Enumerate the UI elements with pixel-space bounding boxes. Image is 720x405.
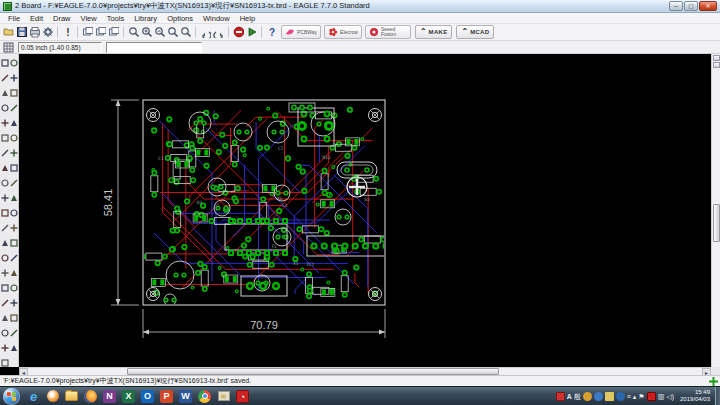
taskbar-app-media-player[interactable]: ▸ [45,389,60,404]
tool-mark[interactable] [9,70,18,85]
tool-change[interactable] [9,115,18,130]
seeed-fusion-order-button[interactable]: Seeed Fusion [365,25,411,39]
tool-add[interactable] [9,145,18,160]
menu-options[interactable]: Options [162,13,198,24]
taskbar-app-firefox[interactable] [83,389,98,404]
open-button[interactable] [2,25,15,39]
tool-move[interactable] [0,85,9,100]
network-icon[interactable]: ▥ [658,387,665,405]
taskbar-app-word[interactable]: W [178,389,193,404]
tool-delete[interactable] [0,145,9,160]
make-button[interactable]: ⌃MAKE [415,25,453,39]
zoom-redraw-button[interactable] [179,25,192,39]
zoom-in-button[interactable] [140,25,153,39]
menu-library[interactable]: Library [129,13,162,24]
taskbar-app-outlook[interactable]: O [140,389,155,404]
tool-hole[interactable] [0,310,9,325]
redo-button[interactable] [212,25,225,39]
tool-circle[interactable] [0,265,9,280]
zoom-fit-button[interactable] [127,25,140,39]
tool-miter[interactable] [0,205,9,220]
zoom-select-button[interactable] [166,25,179,39]
tool-paste[interactable] [9,130,18,145]
tool-rect[interactable] [0,280,9,295]
close-button[interactable]: ✕ [699,1,717,11]
tool-value[interactable] [0,190,9,205]
elecrow-order-button[interactable]: Elecrow [324,25,362,39]
stop-button[interactable] [232,25,245,39]
ime-kana-indicator[interactable]: 般 [574,387,581,405]
horizontal-scroll-thumb[interactable] [127,368,499,375]
cam-processor-button[interactable] [41,25,54,39]
taskbar-app-chrome[interactable] [197,389,212,404]
tool-cut[interactable] [0,130,9,145]
command-line-input[interactable] [106,42,202,53]
tool-errors[interactable] [0,355,9,370]
tool-signal[interactable] [9,295,18,310]
run-script-button[interactable]: ! [61,25,74,39]
ime-toolbar-icon[interactable]: ≡ [627,387,631,405]
horizontal-scrollbar[interactable]: ◄ ► [19,367,711,375]
print-button[interactable] [28,25,41,39]
tool-drc[interactable] [9,340,18,355]
tool-pinswap[interactable] [0,160,9,175]
menu-draw[interactable]: Draw [48,13,76,24]
tool-group[interactable] [0,115,9,130]
menu-view[interactable]: View [76,13,102,24]
taskbar-clock[interactable]: 15:49 2019/04/03 [680,389,710,403]
menu-file[interactable]: File [3,13,25,24]
split-handle-icon[interactable] [713,62,720,68]
tool-info[interactable] [0,55,9,70]
volume-icon[interactable]: ◁) [666,387,674,405]
tool-polygon[interactable] [9,280,18,295]
pcbway-order-button[interactable]: PCBWay [281,25,321,39]
taskbar-app-powerpoint[interactable]: P [159,389,174,404]
taskbar-app-file-explorer[interactable] [64,389,79,404]
tool-copy[interactable] [9,85,18,100]
mcad-button[interactable]: ⌃MCAD [456,25,494,39]
tool-optimize[interactable] [0,220,9,235]
show-desktop-button[interactable] [715,387,720,405]
go-button[interactable] [245,25,258,39]
tool-ratsnest[interactable] [0,325,9,340]
tool-meander[interactable] [9,220,18,235]
tool-attribute[interactable] [9,310,18,325]
tool-display[interactable] [0,70,9,85]
taskbar-app-excel[interactable]: X [121,389,136,404]
zoom-out-button[interactable] [153,25,166,39]
tool-smash[interactable] [9,190,18,205]
tool-name[interactable] [9,175,18,190]
tool-auto[interactable] [9,325,18,340]
minimize-button[interactable]: ─ [669,1,683,11]
tray-app-icon[interactable] [605,392,614,401]
security-tray-icon[interactable] [556,392,565,401]
help-button[interactable]: ? [265,25,278,39]
menu-window[interactable]: Window [198,13,235,24]
hidden-icons-arrow[interactable]: ▴ [633,387,637,405]
menu-help[interactable]: Help [235,13,260,24]
menu-tools[interactable]: Tools [102,13,130,24]
taskbar-app-red-app[interactable]: ◔ [235,389,250,404]
vertical-scroll-thumb[interactable] [713,204,720,242]
board-window-button[interactable] [81,25,94,39]
save-button[interactable] [15,25,28,39]
tool-via[interactable] [0,295,9,310]
tool-ripup[interactable] [9,235,18,250]
tool-mirror[interactable] [0,100,9,115]
tray-app-icon[interactable] [594,392,603,401]
grid-button[interactable] [1,41,16,53]
tray-red-icon[interactable] [647,392,656,401]
tool-replace[interactable] [9,160,18,175]
tool-wire[interactable] [0,250,9,265]
taskbar-app-mail-app[interactable]: ✉ [216,389,231,404]
menu-edit[interactable]: Edit [25,13,48,24]
tool-erc[interactable] [0,340,9,355]
ime-mode-indicator[interactable]: A [567,387,572,405]
tray-app-icon[interactable] [583,392,592,401]
tool-route[interactable] [0,235,9,250]
taskbar-app-onenote[interactable]: N [102,389,117,404]
vertical-scrollbar[interactable] [711,54,720,367]
split-handle-icon[interactable] [713,55,720,61]
library-window-button[interactable] [107,25,120,39]
tool-text[interactable] [9,250,18,265]
